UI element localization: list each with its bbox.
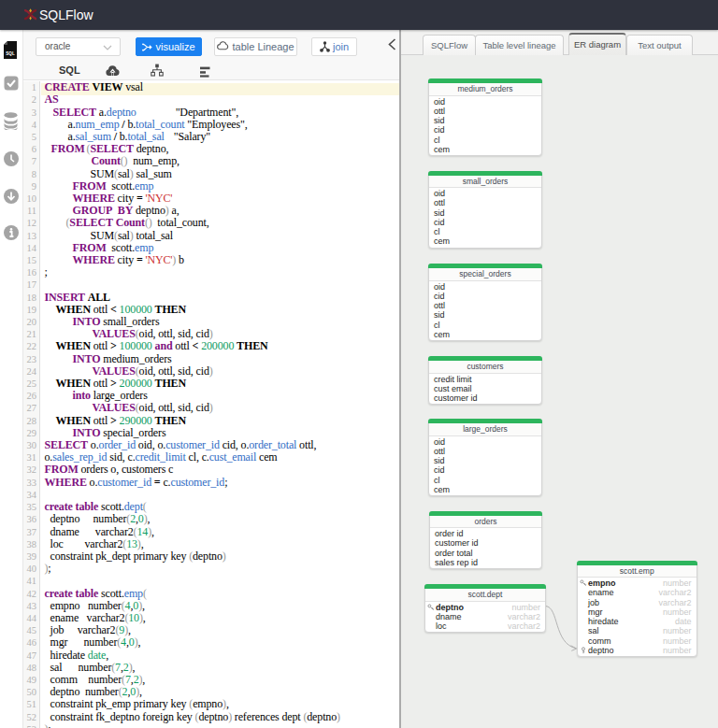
svg-text:SQL: SQL <box>6 51 15 56</box>
